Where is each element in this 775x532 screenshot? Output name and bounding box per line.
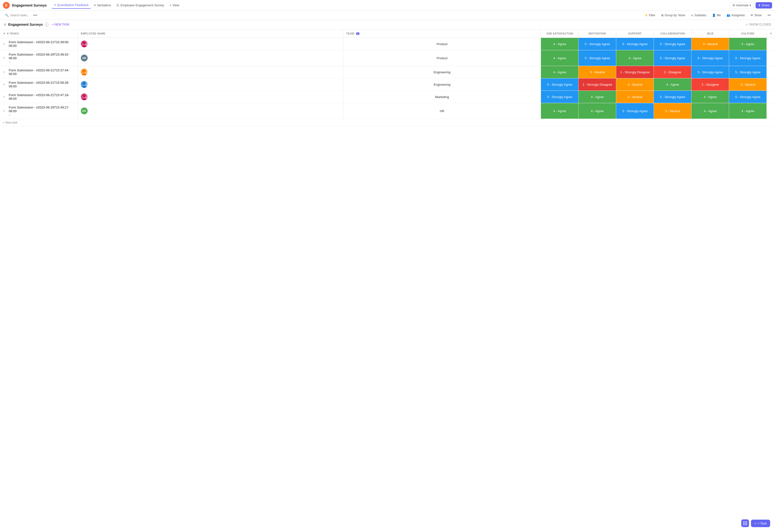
share-button[interactable]: ⬆ Share bbox=[756, 2, 772, 8]
support-cell[interactable]: 5 - Strongly Agree bbox=[616, 38, 654, 50]
support-cell[interactable]: 3 - Neutral bbox=[616, 78, 654, 91]
th-add-column[interactable]: + bbox=[767, 29, 775, 38]
new-task-button[interactable]: + NEW TASK bbox=[50, 22, 71, 27]
collaboration-cell[interactable]: 3 - Neutral bbox=[654, 103, 692, 119]
assignees-button[interactable]: 👥 Assignees bbox=[725, 13, 746, 18]
task-name[interactable]: Form Submission - #2023-06-21T15:39:00-0… bbox=[9, 40, 75, 48]
tab-view-add[interactable]: + View bbox=[167, 2, 182, 8]
tasks-count-label: 6 TASKS bbox=[7, 32, 19, 35]
motivation-cell[interactable]: 4 - Agree bbox=[579, 91, 616, 103]
toolbar-more-icon[interactable]: ••• bbox=[33, 13, 37, 17]
motivation-cell[interactable]: 5 - Strongly Agree bbox=[579, 50, 616, 66]
support-cell[interactable]: 3 - Neutral bbox=[616, 91, 654, 103]
task-name-cell: ✓ Form Submission - #2023-06-21T15:37:44… bbox=[0, 66, 78, 78]
task-name[interactable]: Form Submission - #2023-06-21T15:37:44-0… bbox=[9, 68, 75, 76]
tab-survey[interactable]: ☑ Employee Engagement Survey bbox=[114, 2, 166, 8]
culture-cell[interactable]: 5 - Strongly Agree bbox=[729, 66, 767, 78]
job-satisfaction-cell[interactable]: 5 - Strongly Agree bbox=[541, 91, 579, 103]
culture-cell[interactable]: 5 - Strongly Agree bbox=[729, 91, 767, 103]
th-team: TEAM + bbox=[343, 29, 541, 38]
motivation-cell[interactable]: 4 - Agree bbox=[579, 103, 616, 119]
avatar-svg bbox=[81, 69, 88, 75]
task-checkbox[interactable]: ✓ bbox=[3, 42, 7, 46]
job-satisfaction-cell[interactable]: 4 - Agree bbox=[541, 103, 579, 119]
group-by-label: Group by: None bbox=[665, 14, 685, 17]
show-closed-button[interactable]: ✓ SHOW CLOSED bbox=[746, 23, 771, 26]
toolbar-more-button[interactable]: ••• bbox=[766, 13, 772, 18]
culture-cell[interactable]: 4 - Agree bbox=[729, 38, 767, 50]
tasks-toggle[interactable]: ▼ bbox=[3, 32, 6, 35]
wlb-cell[interactable]: 4 - Agree bbox=[692, 91, 729, 103]
task-checkbox[interactable]: ✓ bbox=[3, 95, 7, 99]
motivation-cell[interactable]: 1 - Strongly Disagree bbox=[579, 78, 616, 91]
group-toggle[interactable]: ⊙ bbox=[4, 23, 6, 26]
employee-cell: AB bbox=[78, 50, 343, 66]
tab-quantitative[interactable]: ≡ Quantitative Feedback bbox=[51, 2, 91, 9]
collaboration-cell[interactable]: 4 - Agree bbox=[654, 78, 692, 91]
search-placeholder: Search tasks... bbox=[10, 14, 29, 17]
collaboration-cell[interactable]: 2 - Disagree bbox=[654, 66, 692, 78]
task-name-cell: ✓ Form Submission - #2023-06-21T15:47:18… bbox=[0, 91, 78, 103]
toolbar-right: ⚡ Filter ⊞ Group by: None ↳ Subtasks 👤 M… bbox=[643, 13, 772, 18]
table-row: ✓ Form Submission - #2023-06-21T15:47:18… bbox=[0, 91, 775, 103]
collaboration-cell[interactable]: 5 - Strongly Agree bbox=[654, 38, 692, 50]
table-row: ✓ Form Submission - #2023-06-29T15:48:42… bbox=[0, 50, 775, 66]
survey-icon: ☑ bbox=[116, 3, 119, 7]
task-checkbox[interactable]: ✓ bbox=[3, 70, 7, 74]
avatar bbox=[81, 93, 88, 100]
task-name[interactable]: Form Submission - #2023-06-21T15:47:18-0… bbox=[9, 93, 75, 100]
job-satisfaction-cell[interactable]: 4 - Agree bbox=[541, 66, 579, 78]
wlb-cell[interactable]: 3 - Neutral bbox=[692, 38, 729, 50]
team-add-icon[interactable]: + bbox=[356, 32, 359, 35]
group-by-button[interactable]: ⊞ Group by: None bbox=[660, 13, 687, 18]
task-checkbox[interactable]: ✓ bbox=[3, 83, 7, 86]
culture-cell[interactable]: 3 - Neutral bbox=[729, 78, 767, 91]
table-row: ✓ Form Submission - #2023-06-21T15:37:44… bbox=[0, 66, 775, 78]
task-name[interactable]: Form Submission - #2023-06-21T15:58:28-0… bbox=[9, 81, 75, 88]
team-cell: Engineering bbox=[343, 78, 541, 91]
employee-cell bbox=[78, 66, 343, 78]
table-header-row: ▼ 6 TASKS EMPLOYEE NAME TEAM + JOB SATIS… bbox=[0, 29, 775, 38]
wlb-cell[interactable]: 5 - Strongly Agree bbox=[692, 50, 729, 66]
team-value: Marketing bbox=[435, 95, 449, 99]
show-button[interactable]: 👁 Show bbox=[749, 13, 763, 18]
task-name[interactable]: Form Submission - #2023-06-29T15:48:42-0… bbox=[9, 53, 75, 60]
new-task-row[interactable]: + New task bbox=[0, 119, 775, 126]
collaboration-cell[interactable]: 5 - Strongly Agree bbox=[654, 50, 692, 66]
wlb-cell[interactable]: 2 - Disagree bbox=[692, 78, 729, 91]
job-satisfaction-cell[interactable]: 5 - Strongly Agree bbox=[541, 78, 579, 91]
new-task-label[interactable]: + New task bbox=[0, 119, 775, 126]
job-satisfaction-cell[interactable]: 4 - Agree bbox=[541, 38, 579, 50]
subtasks-button[interactable]: ↳ Subtasks bbox=[690, 13, 708, 18]
automate-button[interactable]: ⚙ Automate ▾ bbox=[730, 2, 754, 8]
culture-cell[interactable]: 4 - Agree bbox=[729, 103, 767, 119]
filter-icon: ⚡ bbox=[644, 14, 648, 17]
support-cell[interactable]: 4 - Agree bbox=[616, 50, 654, 66]
job-satisfaction-cell[interactable]: 4 - Agree bbox=[541, 50, 579, 66]
team-cell: Marketing bbox=[343, 91, 541, 103]
task-name[interactable]: Form Submission - #2023-06-29T15:49:27-0… bbox=[9, 106, 75, 113]
tab-verbatims[interactable]: ≡ Verbatims bbox=[91, 2, 113, 8]
motivation-cell[interactable]: 5 - Strongly Agree bbox=[579, 38, 616, 50]
team-cell: Product bbox=[343, 50, 541, 66]
wlb-cell[interactable]: 4 - Agree bbox=[692, 103, 729, 119]
task-checkbox[interactable]: ✓ bbox=[3, 56, 7, 60]
quantitative-icon: ≡ bbox=[54, 3, 56, 7]
check-icon: ✓ bbox=[746, 23, 748, 26]
culture-cell[interactable]: 5 - Strongly Agree bbox=[729, 50, 767, 66]
support-cell[interactable]: 1 - Strongly Disagree bbox=[616, 66, 654, 78]
group-header: ⊙ Engagement Surveys i + NEW TASK ✓ SHOW… bbox=[0, 20, 775, 29]
support-cell[interactable]: 5 - Strongly Agree bbox=[616, 103, 654, 119]
motivation-cell[interactable]: 3 - Neutral bbox=[579, 66, 616, 78]
task-checkbox[interactable]: ✓ bbox=[3, 109, 7, 113]
add-view-icon: + bbox=[169, 3, 171, 7]
show-closed-label: SHOW CLOSED bbox=[749, 23, 771, 26]
automate-label: Automate bbox=[736, 4, 749, 7]
collaboration-cell[interactable]: 5 - Strongly Agree bbox=[654, 91, 692, 103]
group-info-icon[interactable]: i bbox=[45, 23, 49, 26]
filter-button[interactable]: ⚡ Filter bbox=[643, 13, 657, 18]
wlb-cell[interactable]: 5 - Strongly Agree bbox=[692, 66, 729, 78]
me-button[interactable]: 👤 Me bbox=[711, 13, 722, 18]
th-culture: CULTURE bbox=[729, 29, 767, 38]
search-box[interactable]: 🔍 Search tasks... bbox=[3, 12, 32, 18]
